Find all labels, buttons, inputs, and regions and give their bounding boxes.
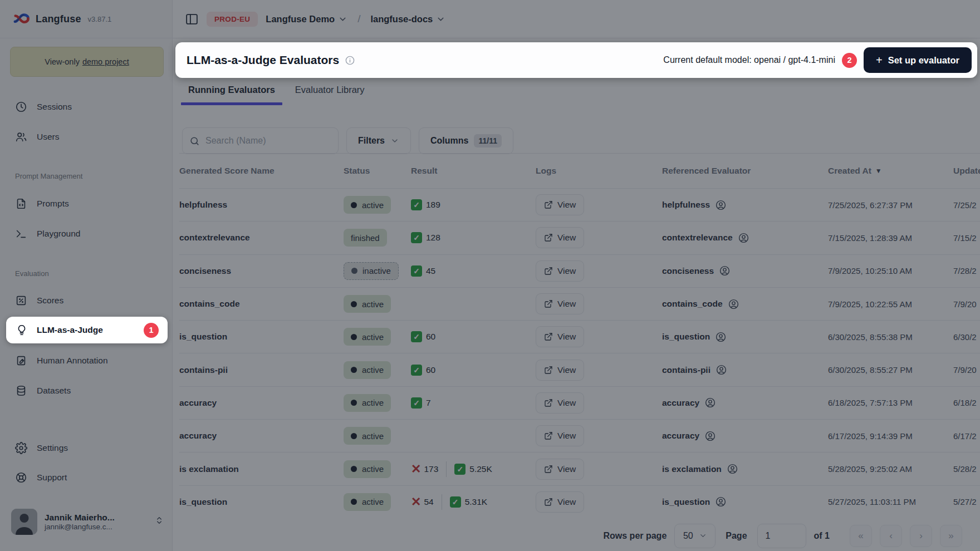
sidebar-item-llm-as-a-judge[interactable]: LLM-as-a-Judge 1	[6, 317, 168, 343]
set-up-evaluator-button[interactable]: + Set up evaluator	[864, 47, 972, 73]
created-at-cell: 6/30/2025, 8:55:27 PM	[828, 365, 953, 375]
view-logs-button[interactable]: View	[536, 360, 584, 381]
external-link-icon	[544, 267, 553, 276]
environment-badge[interactable]: PROD-EU	[207, 12, 258, 27]
status-dot-icon	[351, 400, 357, 406]
table-row[interactable]: helpfulness active ✓189 View helpfulness…	[179, 188, 980, 221]
col-referenced-evaluator[interactable]: Referenced Evaluator	[662, 166, 828, 176]
sidebar-item-scores[interactable]: Scores	[0, 292, 173, 309]
result-cell: ✓45	[411, 265, 536, 277]
table-row[interactable]: accuracy active View accuracy 6/17/2025,…	[179, 419, 980, 452]
rows-per-page-select[interactable]: 50	[674, 524, 716, 548]
referenced-evaluator-cell[interactable]: contains-pii	[662, 364, 828, 376]
table-row[interactable]: contextrelevance finished ✓128 View cont…	[179, 221, 980, 254]
sidebar-item-human-annotation[interactable]: Human Annotation	[0, 352, 173, 370]
view-logs-button[interactable]: View	[536, 491, 584, 513]
columns-button[interactable]: Columns 11/11	[419, 127, 513, 154]
table-row[interactable]: conciseness inactive ✓45 View concisenes…	[179, 254, 980, 287]
page-number-input[interactable]	[757, 524, 806, 548]
referenced-evaluator-cell[interactable]: contextrelevance	[662, 232, 828, 244]
referenced-evaluator-cell[interactable]: is_question	[662, 496, 828, 508]
status-cell: active	[344, 427, 411, 445]
org-selector[interactable]: Langfuse Demo	[266, 14, 347, 24]
status-cell: active	[344, 295, 411, 313]
langfuse-logo-icon	[13, 12, 30, 26]
evaluators-table: Generated Score Name Status Result Logs …	[179, 153, 980, 520]
referenced-evaluator-cell[interactable]: contains_code	[662, 298, 828, 310]
result-cell: ✓128	[411, 232, 536, 243]
last-page-button[interactable]: »	[940, 525, 962, 547]
logs-cell: View	[536, 194, 662, 215]
score-name-cell: is_question	[179, 497, 344, 507]
pass-check-icon: ✓	[411, 265, 422, 277]
sidebar-item-sessions[interactable]: Sessions	[0, 98, 173, 116]
sidebar-item-users[interactable]: Users	[0, 128, 173, 146]
updated-at-cell: 5/27/2	[953, 497, 980, 506]
table-header-row: Generated Score Name Status Result Logs …	[179, 154, 980, 188]
table-row[interactable]: is exclamation active ✕173✓5.25K View is…	[179, 452, 980, 485]
avatar	[11, 509, 37, 535]
tab-running-evaluators[interactable]: Running Evaluators	[188, 85, 275, 105]
view-logs-button[interactable]: View	[536, 227, 584, 248]
referenced-evaluator-cell[interactable]: helpfulness	[662, 199, 828, 211]
sidebar-item-playground[interactable]: Playground	[0, 225, 173, 243]
status-cell: inactive	[344, 262, 411, 280]
result-cell: ✓60	[411, 365, 536, 376]
sidebar-item-datasets[interactable]: Datasets	[0, 382, 173, 400]
status-dot-icon	[351, 268, 357, 274]
view-logs-button[interactable]: View	[536, 326, 584, 347]
table-row[interactable]: contains_code active View contains_code …	[179, 287, 980, 320]
search-input[interactable]	[205, 136, 331, 146]
table-row[interactable]: is_question active ✓60 View is_question …	[179, 320, 980, 353]
table-row[interactable]: accuracy active ✓7 View accuracy 6/18/20…	[179, 386, 980, 419]
col-logs[interactable]: Logs	[536, 166, 662, 176]
circle-user-icon	[715, 199, 727, 211]
info-icon[interactable]	[345, 55, 355, 66]
view-logs-button[interactable]: View	[536, 293, 584, 314]
pagination-bar: Rows per page 50 Page of 1 « ‹ › »	[173, 520, 980, 551]
referenced-evaluator-cell[interactable]: is_question	[662, 331, 828, 343]
gear-icon	[15, 442, 27, 454]
result-cell: ✓189	[411, 199, 536, 210]
referenced-evaluator-cell[interactable]: conciseness	[662, 265, 828, 277]
col-result[interactable]: Result	[411, 166, 536, 176]
col-created-at[interactable]: Created At▼	[828, 166, 953, 176]
topbar: PROD-EU Langfuse Demo / langfuse-docs	[173, 0, 980, 38]
external-link-icon	[544, 366, 553, 375]
prev-page-button[interactable]: ‹	[880, 525, 902, 547]
referenced-evaluator-cell[interactable]: is exclamation	[662, 463, 828, 475]
chevron-down-icon	[699, 532, 707, 540]
view-logs-button[interactable]: View	[536, 194, 584, 215]
lightbulb-icon	[16, 324, 28, 336]
tab-evaluator-library[interactable]: Evaluator Library	[295, 85, 365, 105]
sidebar-item-support[interactable]: Support	[0, 469, 173, 486]
view-logs-button[interactable]: View	[536, 392, 584, 414]
score-name-cell: contains-pii	[179, 365, 344, 375]
sidebar-toggle-icon[interactable]	[185, 12, 199, 26]
referenced-evaluator-cell[interactable]: accuracy	[662, 430, 828, 442]
table-row[interactable]: contains-pii active ✓60 View contains-pi…	[179, 353, 980, 386]
user-profile-button[interactable]: Jannik Maierho... jannik@langfuse.c...	[11, 505, 164, 538]
filters-button[interactable]: Filters	[346, 127, 411, 154]
page-header: LLM-as-a-Judge Evaluators Current defaul…	[175, 42, 977, 78]
score-name-cell: helpfulness	[179, 200, 344, 210]
status-cell: active	[344, 394, 411, 412]
sidebar-item-prompts[interactable]: Prompts	[0, 195, 173, 213]
col-updated-at[interactable]: Updated At	[953, 166, 980, 176]
sidebar-item-settings[interactable]: Settings	[0, 439, 173, 457]
view-only-banner: View-only demo project	[10, 47, 164, 77]
col-status[interactable]: Status	[344, 166, 411, 176]
project-selector[interactable]: langfuse-docs	[370, 14, 445, 24]
referenced-evaluator-cell[interactable]: accuracy	[662, 397, 828, 409]
first-page-button[interactable]: «	[850, 525, 872, 547]
chevron-down-icon	[390, 136, 399, 145]
view-logs-button[interactable]: View	[536, 425, 584, 446]
demo-project-link[interactable]: demo project	[82, 57, 129, 66]
view-logs-button[interactable]: View	[536, 260, 584, 282]
view-logs-button[interactable]: View	[536, 459, 584, 480]
col-generated-score-name[interactable]: Generated Score Name	[179, 166, 344, 176]
users-icon	[15, 131, 27, 143]
table-row[interactable]: is_question active ✕54✓5.31K View is_que…	[179, 485, 980, 518]
next-page-button[interactable]: ›	[910, 525, 932, 547]
score-name-cell: contextrelevance	[179, 233, 344, 243]
